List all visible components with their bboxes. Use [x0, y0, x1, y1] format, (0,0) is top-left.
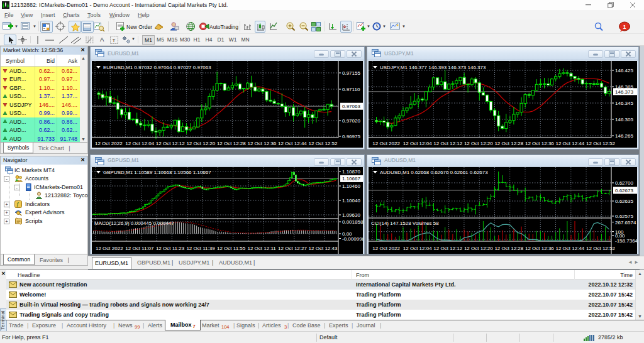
svg-text:12 Oct 11:39: 12 Oct 11:39: [186, 246, 215, 251]
svg-text:1: 1: [623, 24, 626, 30]
svg-text:0.62700: 0.62700: [615, 180, 633, 186]
svg-text:12 Oct 11:07: 12 Oct 11:07: [125, 246, 154, 251]
svg-text:12 Oct 2022: 12 Oct 2022: [95, 141, 123, 146]
svg-text:12 Oct 12:36: 12 Oct 12:36: [248, 141, 277, 146]
svg-text:146.425: 146.425: [615, 68, 633, 74]
svg-text:12 Oct 12:52: 12 Oct 12:52: [309, 141, 338, 146]
svg-text:12 Oct 12:28: 12 Oct 12:28: [494, 141, 523, 146]
svg-text:0.62575: 0.62575: [615, 214, 633, 219]
svg-text:0.97155: 0.97155: [342, 70, 360, 76]
svg-text:1.10667: 1.10667: [342, 176, 360, 182]
svg-text:12 Oct 2022: 12 Oct 2022: [372, 141, 400, 146]
svg-text:12 Oct 12:12: 12 Oct 12:12: [433, 141, 462, 146]
svg-text:1.10040: 1.10040: [342, 198, 360, 204]
svg-text:146.345: 146.345: [615, 101, 633, 106]
svg-text:12 Oct 12:44: 12 Oct 12:44: [556, 141, 585, 146]
svg-text:1.10460: 1.10460: [342, 183, 360, 189]
svg-text:12 Oct 12:12: 12 Oct 12:12: [433, 246, 462, 251]
svg-text:1.10870: 1.10870: [342, 169, 360, 175]
svg-text:146.265: 146.265: [615, 133, 633, 139]
svg-text:0.001858: 0.001858: [342, 219, 363, 225]
svg-text:12 Oct 11:55: 12 Oct 11:55: [217, 246, 246, 251]
svg-text:-158.7364: -158.7364: [615, 238, 637, 244]
svg-text:12 Oct 12:52: 12 Oct 12:52: [586, 246, 615, 251]
svg-text:0.62673: 0.62673: [615, 188, 633, 193]
svg-text:12 Oct 12:52: 12 Oct 12:52: [586, 141, 615, 146]
svg-text:USDJPY,M1 146.377 146.393 146: USDJPY,M1 146.377 146.393 146.373 146.37…: [380, 65, 486, 70]
svg-text:T: T: [113, 38, 116, 43]
svg-text:12 Oct 12:20: 12 Oct 12:20: [464, 246, 493, 251]
svg-text:12 Oct 12:27: 12 Oct 12:27: [278, 246, 307, 251]
svg-text:12 Oct 2022: 12 Oct 2022: [96, 246, 123, 251]
svg-text:12 Oct 12:43: 12 Oct 12:43: [309, 246, 338, 251]
svg-text:0.96975: 0.96975: [342, 134, 360, 139]
svg-text:12 Oct 12:28: 12 Oct 12:28: [217, 141, 246, 146]
svg-text:12 Oct 12:36: 12 Oct 12:36: [525, 141, 554, 146]
svg-text:0.97063: 0.97063: [342, 104, 360, 109]
svg-text:GBPUSD,M1 1.10589 1.10668 1.1: GBPUSD,M1 1.10589 1.10668 1.10566 1.1066…: [103, 170, 211, 175]
svg-text:0.62635: 0.62635: [615, 199, 633, 204]
svg-text:EURUSD,M1 0.97032 0.97064 0.9: EURUSD,M1 0.97032 0.97064 0.97027 0.9706…: [103, 65, 211, 70]
svg-text:12 Oct 12:04: 12 Oct 12:04: [403, 246, 432, 251]
svg-text:146.305: 146.305: [615, 117, 633, 122]
svg-text:12 Oct 12:44: 12 Oct 12:44: [556, 246, 585, 251]
svg-text:MACD(12,26,9) 0.000445 0.00044: MACD(12,26,9) 0.000445 0.000447: [94, 220, 174, 226]
svg-text:12 Oct 12:12: 12 Oct 12:12: [156, 141, 185, 146]
svg-text:AUDUSD,M1 0.62668 0.62676 0.6: AUDUSD,M1 0.62668 0.62676 0.62661 0.6267…: [380, 170, 488, 175]
svg-text:-0.000998: -0.000998: [342, 236, 363, 242]
svg-text:12 Oct 12:04: 12 Oct 12:04: [403, 141, 432, 146]
svg-text:12 Oct 12:11: 12 Oct 12:11: [248, 246, 277, 251]
svg-text:12 Oct 12:04: 12 Oct 12:04: [125, 141, 154, 146]
svg-text:146.373: 146.373: [615, 89, 633, 95]
svg-text:12 Oct 12:20: 12 Oct 12:20: [464, 141, 493, 146]
svg-text:12 Oct 11:23: 12 Oct 11:23: [156, 246, 185, 251]
svg-text:12 Oct 12:36: 12 Oct 12:36: [525, 246, 554, 251]
svg-text:CCI(14) 147.1528 Volumes 58: CCI(14) 147.1528 Volumes 58: [371, 220, 439, 226]
svg-text:0.97020: 0.97020: [342, 118, 360, 124]
svg-text:12 Oct 2022: 12 Oct 2022: [372, 246, 400, 251]
svg-text:12 Oct 12:20: 12 Oct 12:20: [186, 141, 215, 146]
svg-text:12 Oct 12:28: 12 Oct 12:28: [494, 246, 523, 251]
svg-text:12 Oct 12:44: 12 Oct 12:44: [278, 141, 307, 146]
svg-text:0.97110: 0.97110: [342, 87, 360, 92]
svg-text:267.6574: 267.6574: [615, 220, 636, 226]
svg-text:1.09630: 1.09630: [342, 212, 360, 218]
